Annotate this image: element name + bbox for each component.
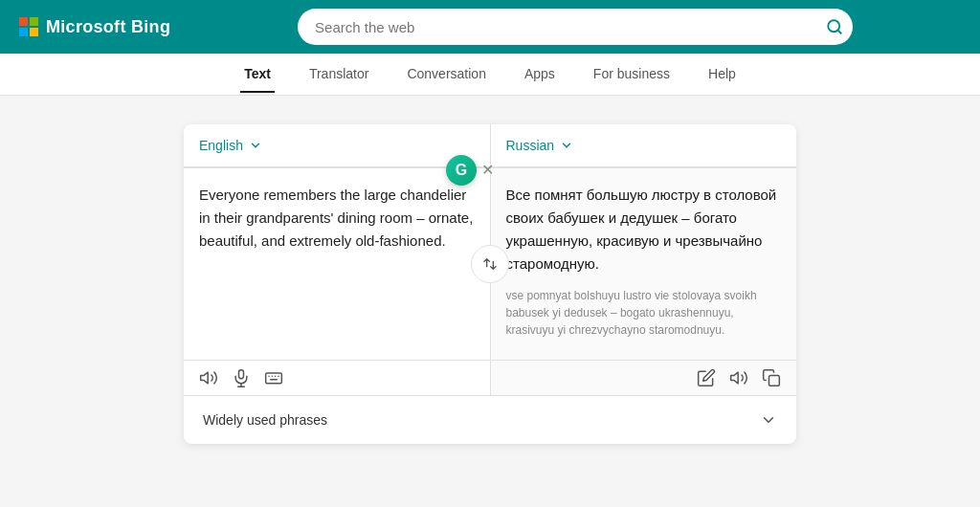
grammarly-badge: G <box>446 155 477 186</box>
translation-panels: G ✕ Everyone remembers the large chandel… <box>184 167 796 360</box>
target-listen-button[interactable] <box>729 368 748 387</box>
source-lang-header: English <box>184 124 490 166</box>
target-language-selector[interactable]: Russian <box>491 124 590 166</box>
source-text: Everyone remembers the large chandelier … <box>199 184 475 253</box>
microsoft-logo-icon <box>19 17 38 36</box>
tools-row <box>184 360 796 395</box>
widely-used-phrases-row[interactable]: Widely used phrases <box>184 395 796 444</box>
search-bar <box>298 9 853 45</box>
search-input[interactable] <box>298 9 853 45</box>
target-edit-button[interactable] <box>697 368 716 387</box>
logo-area: Microsoft Bing <box>19 17 170 37</box>
target-language-label: Russian <box>506 138 555 153</box>
nav-item-translator[interactable]: Translator <box>305 56 373 93</box>
close-button[interactable]: ✕ <box>481 161 494 179</box>
target-tools <box>490 361 797 395</box>
target-panel: Все помнят большую люстру в столовой сво… <box>490 168 797 360</box>
header: Microsoft Bing <box>0 0 980 54</box>
app-title: Microsoft Bing <box>46 17 170 37</box>
nav-item-for-business[interactable]: For business <box>590 56 674 93</box>
nav-item-apps[interactable]: Apps <box>521 56 559 93</box>
nav-item-help[interactable]: Help <box>704 56 740 93</box>
svg-marker-2 <box>201 372 209 384</box>
source-language-selector[interactable]: English <box>184 124 278 166</box>
source-mic-button[interactable] <box>232 368 251 387</box>
expand-icon <box>760 411 777 429</box>
source-listen-button[interactable] <box>199 368 218 387</box>
transliteration-text: vse pomnyat bolshuyu lustro vie stolovay… <box>506 287 782 339</box>
target-copy-button[interactable] <box>762 368 781 387</box>
translated-text: Все помнят большую люстру в столовой сво… <box>506 184 782 276</box>
svg-rect-13 <box>769 376 780 386</box>
nav-item-text[interactable]: Text <box>240 56 275 93</box>
source-keyboard-button[interactable] <box>264 368 283 387</box>
nav-item-conversation[interactable]: Conversation <box>403 56 490 93</box>
svg-marker-12 <box>731 372 739 384</box>
svg-rect-6 <box>266 373 282 384</box>
source-panel: Everyone remembers the large chandelier … <box>184 168 490 360</box>
navigation: Text Translator Conversation Apps For bu… <box>0 54 980 96</box>
target-lang-header: Russian <box>490 124 797 166</box>
source-tools <box>184 361 490 395</box>
translator-card: English Russian G ✕ <box>184 124 796 444</box>
svg-rect-3 <box>239 370 244 379</box>
main-content: English Russian G ✕ <box>0 96 980 473</box>
search-button[interactable] <box>826 18 843 35</box>
widely-used-label: Widely used phrases <box>203 412 327 428</box>
svg-line-1 <box>838 30 841 33</box>
source-language-label: English <box>199 138 243 153</box>
swap-languages-button[interactable] <box>471 245 509 283</box>
